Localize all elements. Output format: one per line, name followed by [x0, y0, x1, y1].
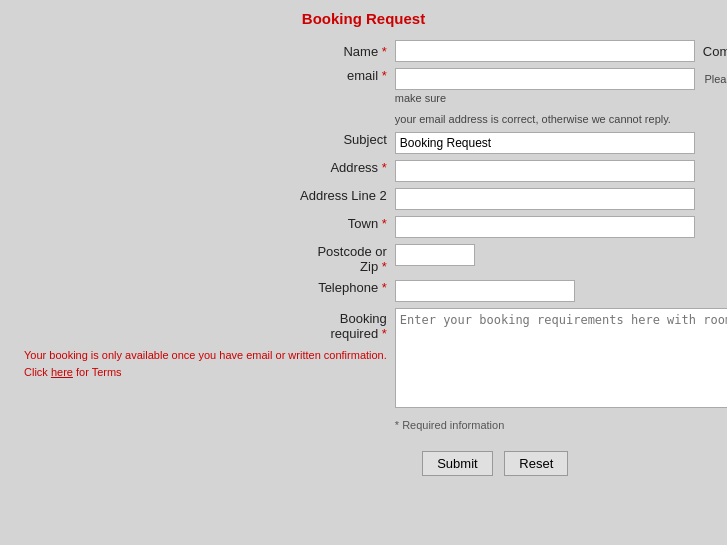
town-label: Town	[348, 216, 378, 231]
reset-button[interactable]: Reset	[504, 451, 568, 476]
booking-textarea[interactable]	[395, 308, 727, 408]
name-label: Name	[343, 44, 378, 59]
telephone-label: Telephone	[318, 280, 378, 295]
telephone-required: *	[378, 280, 387, 295]
address-label: Address	[330, 160, 378, 175]
submit-button[interactable]: Submit	[422, 451, 492, 476]
required-info-text: * Required information	[395, 419, 504, 431]
address-required: *	[378, 160, 387, 175]
name-input[interactable]	[395, 40, 695, 62]
town-required: *	[378, 216, 387, 231]
page-title: Booking Request	[20, 10, 707, 27]
address-line2-input[interactable]	[395, 188, 695, 210]
subject-input[interactable]	[395, 132, 695, 154]
address-input[interactable]	[395, 160, 695, 182]
name-required: *	[378, 44, 387, 59]
email-input[interactable]	[395, 68, 695, 90]
postcode-label: Postcode orZip	[317, 244, 386, 274]
town-input[interactable]	[395, 216, 695, 238]
postcode-required: *	[378, 259, 387, 274]
address-line2-label: Address Line 2	[300, 188, 387, 203]
email-required: *	[378, 68, 387, 83]
booking-for-terms: for Terms	[73, 366, 122, 378]
postcode-input[interactable]	[395, 244, 475, 266]
telephone-input[interactable]	[395, 280, 575, 302]
email-note2: your email address is correct, otherwise…	[395, 113, 671, 125]
email-label: email	[347, 68, 378, 83]
company-label: Company	[703, 44, 727, 59]
subject-label: Subject	[343, 132, 386, 147]
booking-terms-link[interactable]: here	[51, 366, 73, 378]
booking-required-star: *	[378, 326, 387, 341]
